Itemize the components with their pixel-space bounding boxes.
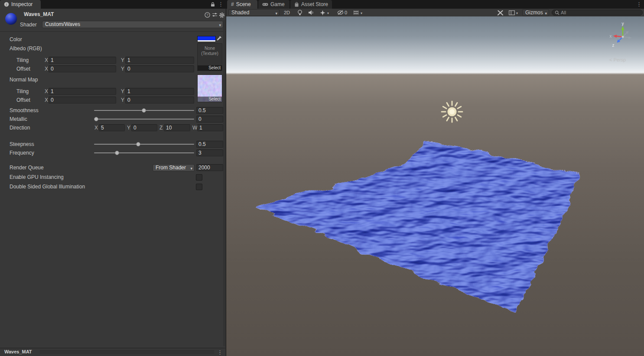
render-queue-value-field[interactable]: 2000: [196, 164, 223, 171]
albedo-select-button[interactable]: Select: [198, 65, 222, 71]
albedo-texture-well[interactable]: None (Texture) Select: [197, 43, 222, 71]
search-filter-value: All: [561, 10, 566, 15]
metallic-value-field[interactable]: 0: [196, 116, 223, 123]
shading-mode-dropdown[interactable]: Shaded ▾: [228, 9, 280, 16]
water-mesh[interactable]: [226, 16, 644, 356]
double-sided-gi-checkbox[interactable]: [196, 184, 202, 190]
tab-game[interactable]: Game: [258, 0, 289, 9]
frequency-slider[interactable]: [94, 149, 194, 156]
direction-y-field[interactable]: 0: [131, 124, 157, 131]
inspector-icon: i: [4, 2, 9, 7]
lock-icon[interactable]: [211, 2, 215, 7]
preview-menu-icon[interactable]: ⋮: [217, 349, 223, 356]
tab-label: Scene: [236, 1, 251, 7]
slider-track[interactable]: [94, 144, 194, 145]
frequency-value-field[interactable]: 3: [196, 149, 223, 156]
gpu-instancing-checkbox[interactable]: [196, 174, 202, 181]
gear-icon[interactable]: [219, 12, 225, 18]
effects-dropdown-arrow[interactable]: ▾: [327, 11, 329, 15]
direction-label: Direction: [10, 124, 30, 131]
customize-tools-icon[interactable]: [497, 10, 504, 16]
perspective-toggle[interactable]: < Persp: [609, 57, 626, 62]
slider-knob[interactable]: [115, 151, 119, 155]
albedo-offset-x-field[interactable]: 0: [49, 65, 116, 72]
scene-viewport[interactable]: y x z < Persp: [226, 16, 644, 356]
material-preview-bar[interactable]: Waves_MAT ⋮: [0, 348, 225, 356]
inspector-scrollbar[interactable]: [223, 20, 225, 346]
grid-toggle[interactable]: [353, 10, 359, 16]
normal-offset-x-field[interactable]: 0: [49, 97, 116, 104]
chevron-down-icon: ▾: [219, 22, 221, 28]
direction-x-field[interactable]: 5: [99, 124, 125, 131]
metallic-slider[interactable]: [94, 116, 194, 123]
2d-toggle[interactable]: 2D: [282, 10, 292, 16]
albedo-tiling-x-field[interactable]: 1: [49, 57, 116, 64]
material-preview-sphere: [5, 13, 17, 25]
shader-dropdown[interactable]: Custom/Waves ▾: [42, 21, 223, 28]
tab-inspector[interactable]: i Inspector: [0, 0, 41, 9]
grid-dropdown-arrow[interactable]: ▾: [361, 11, 362, 15]
svg-text:?: ?: [206, 13, 208, 17]
shader-label: Shader: [20, 21, 37, 28]
slider-track[interactable]: [94, 152, 194, 153]
slider-knob[interactable]: [94, 117, 98, 121]
color-value-swatch: [198, 36, 215, 40]
view-options-icon[interactable]: [509, 10, 515, 16]
steepness-slider[interactable]: [94, 141, 194, 148]
slider-track[interactable]: [94, 119, 194, 120]
gizmos-dropdown[interactable]: Gizmos ▾: [522, 9, 549, 16]
preview-drag-handle[interactable]: [40, 350, 214, 354]
normal-offset-y-field[interactable]: 0: [125, 97, 194, 104]
game-tab-icon: [262, 3, 268, 6]
tab-label: Asset Store: [301, 1, 328, 7]
direction-z-field[interactable]: 10: [164, 124, 190, 131]
lighting-toggle[interactable]: [297, 10, 302, 16]
smoothness-slider[interactable]: [94, 107, 194, 114]
normal-map-select-button[interactable]: Select: [198, 97, 222, 102]
view-options-dropdown-arrow[interactable]: ▾: [516, 11, 518, 15]
scene-visibility-toggle[interactable]: 0: [337, 10, 347, 16]
slider-knob[interactable]: [136, 142, 140, 146]
normal-tiling-x-field[interactable]: 1: [49, 88, 116, 95]
render-queue-mode: From Shader: [156, 165, 186, 171]
scene-menu-icon[interactable]: ⋮: [636, 1, 642, 8]
slider-knob[interactable]: [142, 108, 146, 113]
inspector-menu-icon[interactable]: ⋮: [218, 1, 224, 8]
color-field[interactable]: [197, 36, 216, 42]
gpu-instancing-label: Enable GPU Instancing: [10, 174, 64, 181]
presets-icon[interactable]: [212, 12, 218, 17]
normal-tiling-y-field[interactable]: 1: [125, 88, 194, 95]
smoothness-value-field[interactable]: 0.5: [196, 107, 223, 114]
albedo-none-text: None (Texture): [198, 46, 221, 56]
tab-scene[interactable]: # Scene: [227, 0, 257, 9]
x-axis-label: X: [45, 57, 48, 64]
grid-icon: [353, 10, 359, 15]
audio-toggle[interactable]: [308, 10, 314, 16]
x-axis-label: X: [45, 97, 48, 104]
frequency-label: Frequency: [10, 149, 34, 156]
shader-value: Custom/Waves: [45, 21, 80, 27]
tab-asset-store[interactable]: Asset Store: [290, 0, 332, 9]
sun-light-gizmo[interactable]: [438, 98, 466, 126]
eyedropper-icon[interactable]: [216, 36, 222, 41]
asset-store-tab-icon: [294, 2, 299, 7]
albedo-offset-y-field[interactable]: 0: [125, 65, 194, 72]
lightbulb-icon: [297, 10, 302, 16]
albedo-tiling-y-field[interactable]: 1: [125, 57, 194, 64]
normal-map-label: Normal Map: [10, 76, 38, 83]
double-sided-gi-label: Double Sided Global Illumination: [10, 183, 85, 190]
render-queue-dropdown[interactable]: From Shader ▾: [153, 164, 195, 172]
orientation-gizmo[interactable]: y x z: [608, 22, 638, 52]
tiling-label: Tiling: [16, 57, 29, 64]
search-icon: [555, 10, 559, 15]
normal-map-texture-well[interactable]: Select: [197, 74, 222, 102]
direction-w-field[interactable]: 1: [197, 124, 223, 131]
water-mesh-surface[interactable]: [255, 142, 579, 312]
help-icon[interactable]: ?: [205, 12, 210, 18]
render-queue-label: Render Queue: [10, 164, 44, 171]
effects-toggle[interactable]: [320, 10, 325, 16]
scene-search-field[interactable]: All: [552, 10, 643, 16]
steepness-value-field[interactable]: 0.5: [196, 141, 223, 148]
shading-mode-value: Shaded: [231, 10, 249, 16]
y-axis-label: Y: [121, 97, 124, 104]
